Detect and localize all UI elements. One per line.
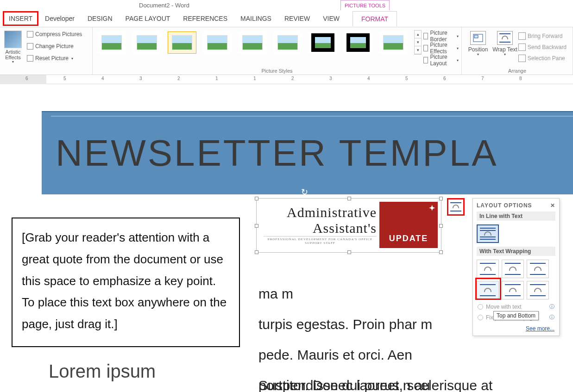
dropdown-icon: ▾ — [12, 60, 14, 64]
gallery-scroll[interactable]: ▴ ▾ ▾ — [414, 30, 422, 55]
dropdown-icon: ▾ — [504, 53, 506, 57]
layout-icon — [423, 57, 428, 63]
scroll-up-icon[interactable]: ▴ — [415, 31, 421, 38]
style-thumb[interactable] — [132, 31, 161, 54]
send-backward-icon — [518, 44, 526, 51]
selection-pane-button[interactable]: Selection Pane — [518, 53, 567, 63]
logo-tagline: PROFESSIONAL DEVELOPMENT FOR CANADA'S OF… — [264, 236, 377, 245]
wrap-text-icon — [497, 31, 513, 45]
picture-border-button[interactable]: Picture Border ▾ — [423, 31, 459, 41]
compress-icon — [27, 31, 33, 37]
resize-handle[interactable] — [439, 197, 443, 200]
style-thumb[interactable] — [97, 31, 126, 54]
layout-options-launcher[interactable] — [447, 198, 465, 216]
tab-view[interactable]: VIEW — [316, 11, 346, 26]
dropdown-icon: ▾ — [457, 58, 459, 62]
tab-developer[interactable]: Developer — [38, 11, 81, 26]
tab-design[interactable]: DESIGN — [81, 11, 119, 26]
dropdown-icon: ▾ — [71, 56, 73, 61]
style-thumb[interactable] — [238, 31, 267, 54]
newsletter-banner: NEWSLETTER TEMPLA — [42, 111, 573, 194]
ribbon: Artistic Effects ▾ Compress Pictures Cha… — [0, 27, 573, 75]
context-tab-picture-tools[interactable]: PICTURE TOOLS — [340, 0, 390, 10]
dropdown-icon: ▾ — [457, 46, 459, 50]
tab-page-layout[interactable]: PAGE LAYOUT — [119, 11, 177, 26]
artistic-effects-button[interactable]: Artistic Effects ▾ — [3, 29, 23, 64]
section-heading: Lorem ipsum — [49, 361, 156, 382]
tab-mailings[interactable]: MAILINGS — [234, 11, 278, 26]
banner-title: NEWSLETTER TEMPLA — [56, 132, 498, 174]
bring-forward-button[interactable]: Bring Forward — [518, 31, 567, 41]
ruler-mark: 3 — [139, 76, 142, 81]
picture-effects-button[interactable]: Picture Effects ▾ — [423, 43, 459, 53]
document-canvas[interactable]: NEWSLETTER TEMPLA ↻ Administrative Assis… — [0, 84, 573, 392]
position-button[interactable]: Position ▾ — [465, 29, 491, 57]
bring-forward-icon — [518, 32, 526, 40]
tab-format[interactable]: FORMAT — [353, 11, 397, 26]
group-label-arrange: Arrange — [465, 67, 570, 75]
resize-handle[interactable] — [255, 250, 258, 254]
resize-handle[interactable] — [255, 224, 258, 228]
dropdown-icon: ▾ — [457, 34, 459, 38]
ruler-mark: 5 — [405, 76, 408, 81]
send-backward-button[interactable]: Send Backward — [518, 42, 567, 52]
ruler-mark: 6 — [25, 76, 28, 81]
ruler-mark: 4 — [367, 76, 370, 81]
scroll-down-icon[interactable]: ▾ — [415, 38, 421, 46]
inserted-picture[interactable]: Administrative Assistant's PROFESSIONAL … — [260, 202, 438, 248]
ruler-mark: 1 — [215, 76, 218, 81]
gallery-more-icon[interactable]: ▾ — [415, 46, 421, 54]
change-picture-icon — [27, 43, 33, 50]
change-picture-button[interactable]: Change Picture — [26, 41, 83, 51]
reset-picture-button[interactable]: Reset Picture ▾ — [26, 53, 83, 63]
style-thumb[interactable] — [203, 31, 232, 54]
ruler-mark: 2 — [291, 76, 294, 81]
horizontal-ruler[interactable]: 65432112345678 — [0, 75, 573, 84]
ruler-mark: 5 — [63, 76, 66, 81]
style-thumb[interactable] — [379, 31, 408, 54]
ruler-mark: 6 — [443, 76, 446, 81]
picture-styles-gallery[interactable]: ▴ ▾ ▾ — [95, 29, 423, 56]
ruler-mark: 7 — [481, 76, 484, 81]
resize-handle[interactable] — [255, 197, 258, 200]
tab-insert[interactable]: INSERT — [3, 11, 38, 26]
logo-line2: Assistant's — [313, 220, 377, 236]
group-label-adjust — [3, 67, 89, 75]
layout-options-icon — [450, 202, 461, 212]
style-thumb-selected[interactable] — [168, 31, 196, 54]
picture-layout-button[interactable]: Picture Layout ▾ — [423, 55, 459, 65]
reset-picture-icon — [27, 55, 33, 62]
group-label-picture-styles: Picture Styles — [95, 67, 459, 75]
ruler-mark: 4 — [101, 76, 104, 81]
ruler-mark: 3 — [329, 76, 332, 81]
ruler-mark: 8 — [519, 76, 522, 81]
ruler-mark: 1 — [253, 76, 256, 81]
style-thumb[interactable] — [309, 31, 337, 54]
tab-review[interactable]: REVIEW — [278, 11, 316, 26]
close-icon[interactable]: ✕ — [550, 202, 555, 209]
logo-line1: Administrative — [264, 205, 377, 220]
pull-quote-textbox[interactable]: [Grab your reader's attention with a gre… — [12, 218, 240, 347]
pencil-icon — [423, 33, 428, 39]
document-title: Document2 - Word — [139, 2, 189, 9]
logo-badge: UPDATE — [389, 234, 428, 243]
style-thumb[interactable] — [344, 31, 372, 54]
selection-pane-icon — [518, 55, 526, 62]
svg-rect-1 — [474, 35, 478, 38]
wrap-text-button[interactable]: Wrap Text ▾ — [491, 29, 518, 57]
layout-opt-inline[interactable] — [477, 224, 499, 243]
maple-leaf-icon: ✦ — [429, 204, 436, 212]
tab-references[interactable]: REFERENCES — [176, 11, 234, 26]
dropdown-icon: ▾ — [477, 53, 479, 57]
rotate-handle-icon[interactable]: ↻ — [301, 187, 308, 197]
body-text: ma m turpis egestas. Proin phar m pede. … — [258, 248, 573, 392]
style-thumb[interactable] — [273, 31, 302, 54]
resize-handle[interactable] — [347, 197, 351, 200]
body-text-bottom: Suspendisse dui purus, scelerisque at — [258, 378, 573, 392]
effects-icon — [423, 45, 428, 51]
pull-quote-text: [Grab your reader's attention with a gre… — [22, 230, 227, 331]
section-inline: In Line with Text — [477, 212, 555, 221]
ruler-mark: 2 — [177, 76, 180, 81]
compress-pictures-button[interactable]: Compress Pictures — [26, 29, 83, 39]
resize-handle[interactable] — [439, 224, 443, 228]
